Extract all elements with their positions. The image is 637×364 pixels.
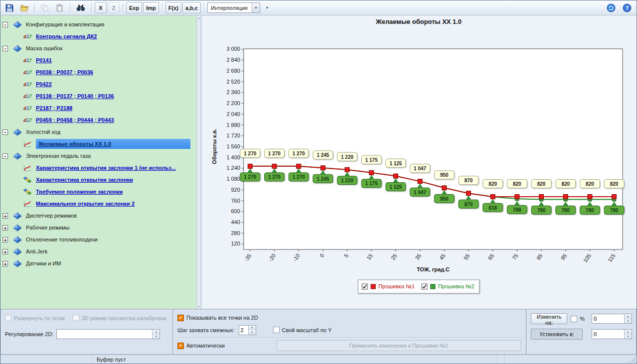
help-button[interactable]: ? <box>620 2 635 13</box>
auto-apply-checkbox[interactable]: Автоматически <box>177 343 225 349</box>
collapse-icon[interactable]: - <box>2 153 8 159</box>
spin-down-icon[interactable]: ▼ <box>625 319 632 324</box>
series1-point[interactable] <box>272 164 277 168</box>
tree-branch[interactable]: +Диспетчер режимов <box>0 210 196 222</box>
tree-branch[interactable]: +Отключение топливоподачи <box>0 234 196 245</box>
series1-point[interactable] <box>563 194 568 199</box>
series1-point[interactable] <box>442 186 447 190</box>
collapse-icon[interactable]: - <box>2 22 8 27</box>
tree-branch[interactable]: +Anti-Jerk <box>0 245 196 257</box>
export-button[interactable]: Exp <box>126 2 142 13</box>
series1-point[interactable] <box>539 194 544 199</box>
tree-item[interactable]: 457P0459 ; P0458 ; P0444 ; P0443 <box>0 114 196 126</box>
interpolation-dropdown-button[interactable]: ▼ <box>261 2 273 13</box>
series1-point[interactable] <box>418 179 422 184</box>
collapse-icon[interactable]: - <box>2 46 8 51</box>
set-to-value[interactable] <box>592 330 624 339</box>
spin-up-icon[interactable]: ▲ <box>153 330 159 335</box>
expand-icon[interactable]: + <box>2 213 8 219</box>
series1-point[interactable] <box>490 194 495 199</box>
open-button[interactable] <box>17 2 31 13</box>
import-button[interactable]: Imp <box>143 2 159 13</box>
regulation-2d-input[interactable]: ▲ ▼ <box>56 329 160 339</box>
expand-icon[interactable]: + <box>2 225 8 231</box>
show-all-points-checkbox[interactable]: Показывать все точки на 2D <box>177 315 258 321</box>
tree-item[interactable]: Максимальное открытие заслонки 2 <box>0 198 196 210</box>
series1-point[interactable] <box>248 164 252 168</box>
tree-item-link[interactable]: Желаемые обороты ХХ 1.0 <box>36 139 190 149</box>
tree-item-link[interactable]: P0141 <box>36 57 52 63</box>
tree-scrollbar[interactable]: ▲ ▼ <box>196 15 201 309</box>
tree-item-link[interactable]: Максимальное открытие заслонки 2 <box>36 201 135 207</box>
series1-point[interactable] <box>466 191 471 196</box>
percent-checkbox[interactable]: % <box>571 316 585 322</box>
tree-item-link[interactable]: P0422 <box>36 81 52 87</box>
expand-icon[interactable]: + <box>2 237 8 243</box>
expand-icon[interactable]: + <box>2 261 8 266</box>
series1-point[interactable] <box>320 166 325 170</box>
view-3d-checkbox[interactable]: 3D режим просмотра калибровки <box>73 315 166 321</box>
spin-down-icon[interactable]: ▼ <box>153 335 159 339</box>
spin-up-icon[interactable]: ▲ <box>625 330 632 335</box>
series1-point[interactable] <box>297 164 301 168</box>
tree-item-link[interactable]: P2187 ; P2188 <box>36 105 72 111</box>
legend-checkbox[interactable] <box>362 284 367 289</box>
spin-up-icon[interactable]: ▲ <box>249 326 256 331</box>
series1-point[interactable] <box>612 194 617 199</box>
tree-item[interactable]: 457P0038 ; P0037 ; P0036 <box>0 66 196 78</box>
z-axis-button[interactable]: Z <box>108 2 120 13</box>
paste-button[interactable] <box>53 2 67 13</box>
scroll-up-icon[interactable]: ▲ <box>197 15 201 20</box>
abc-button[interactable]: a,b,c <box>182 2 201 13</box>
x-axis-button[interactable]: X <box>95 2 107 13</box>
regulation-2d-value[interactable] <box>57 330 152 339</box>
tree-branch[interactable]: +Рабочие режимы <box>0 222 196 234</box>
own-y-scale-checkbox[interactable]: Свой масштаб по Y <box>273 327 332 333</box>
tree-item-link[interactable]: P0038 ; P0037 ; P0036 <box>36 69 93 75</box>
tree-item[interactable]: 457P2187 ; P2188 <box>0 102 196 114</box>
resize-grip[interactable] <box>629 355 637 364</box>
update-button[interactable] <box>604 2 619 13</box>
spin-up-icon[interactable]: ▲ <box>625 314 632 319</box>
series1-point[interactable] <box>345 167 349 172</box>
tree-branch[interactable]: -Холостой ход <box>0 126 196 138</box>
series1-point[interactable] <box>588 194 592 199</box>
function-button[interactable]: F(x) <box>165 2 181 13</box>
legend-checkbox[interactable] <box>422 284 427 289</box>
interpolation-select[interactable]: Интерполяция ▼ <box>207 2 260 13</box>
tree-item[interactable]: Желаемые обороты ХХ 1.0 <box>0 138 196 150</box>
copy-button[interactable] <box>38 2 52 13</box>
set-to-input[interactable]: ▲ ▼ <box>592 329 632 339</box>
tree-item-link[interactable]: Требуемое положение заслонки <box>36 189 123 195</box>
change-by-value[interactable] <box>592 314 624 323</box>
tree-branch[interactable]: -Конфигурация и комплектация <box>0 18 196 30</box>
expand-icon[interactable]: + <box>2 249 8 254</box>
capture-step-value[interactable] <box>239 326 248 335</box>
tree-branch[interactable]: -Электронная педаль газа <box>0 150 196 162</box>
calibration-chart[interactable]: Желаемые обороты ХХ 1.012028044060076092… <box>201 15 637 309</box>
tree-item[interactable]: Характеристика открытия заслонки <box>0 174 196 186</box>
series1-point[interactable] <box>393 174 398 178</box>
series1-point[interactable] <box>369 170 374 175</box>
expand-axes-checkbox[interactable]: Развернуть по осям <box>5 315 65 321</box>
tree-item-link[interactable]: Характеристика открытия заслонки 1 (не и… <box>36 165 176 171</box>
set-to-button[interactable]: Установить в: <box>531 329 583 340</box>
tree-item-link[interactable]: Характеристика открытия заслонки <box>36 177 133 183</box>
tree-branch[interactable]: +Датчики и ИМ <box>0 257 196 269</box>
save-button[interactable] <box>2 2 16 13</box>
spin-down-icon[interactable]: ▼ <box>249 330 256 335</box>
capture-step-input[interactable]: ▲ ▼ <box>239 325 256 335</box>
tree-item[interactable]: 457P0141 <box>0 54 196 66</box>
tree-item-link[interactable]: P0138 ; P0137 ; P0140 ; P0136 <box>36 93 114 99</box>
tree-item-link[interactable]: P0459 ; P0458 ; P0444 ; P0443 <box>36 117 114 123</box>
scroll-down-icon[interactable]: ▼ <box>197 304 201 309</box>
tree-branch[interactable]: -Маска ошибок <box>0 42 196 54</box>
tree-item-link[interactable]: Контроль сигнала ДК2 <box>36 33 97 39</box>
tree-item[interactable]: Характеристика открытия заслонки 1 (не и… <box>0 162 196 174</box>
spin-down-icon[interactable]: ▼ <box>625 335 632 339</box>
apply-changes-button[interactable]: Применить изменения к Прошивки №1 <box>277 340 521 351</box>
series1-point[interactable] <box>515 194 519 199</box>
tree-item[interactable]: 457P0138 ; P0137 ; P0140 ; P0136 <box>0 90 196 102</box>
tree-item[interactable]: Требуемое положение заслонки <box>0 186 196 198</box>
scroll-track[interactable] <box>197 20 201 304</box>
